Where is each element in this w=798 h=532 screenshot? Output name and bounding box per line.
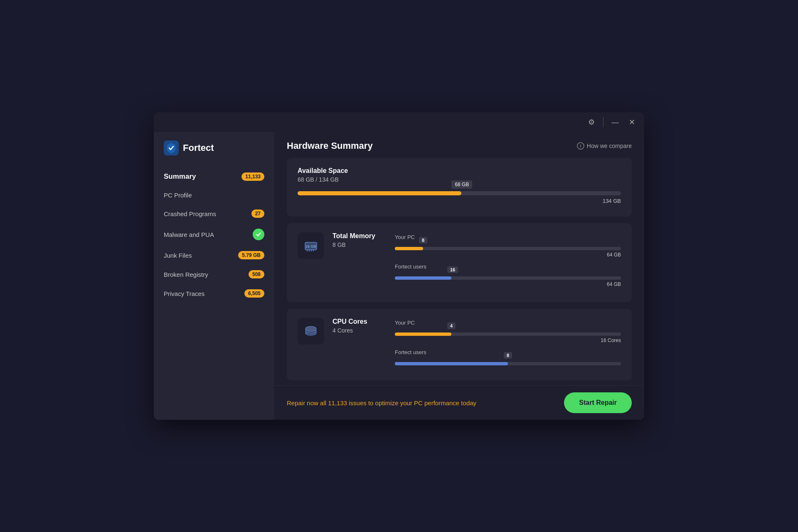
memory-your-pc-row: Your PC 8 64 GB: [395, 234, 621, 258]
svg-rect-7: [311, 250, 312, 251]
svg-point-11: [305, 326, 316, 331]
cpu-fortect-tooltip: 8: [504, 352, 512, 359]
nav-label-crashed-programs: Crashed Programs: [164, 210, 216, 217]
nav-label-broken-registry: Broken Registry: [164, 271, 208, 278]
info-icon: i: [577, 142, 584, 150]
cpu-info: CPU Cores 4 Cores: [332, 318, 387, 334]
badge-crashed-programs: 27: [251, 209, 264, 218]
memory-fortect-max: 64 GB: [395, 281, 621, 287]
svg-rect-6: [309, 250, 310, 251]
cpu-your-pc-tooltip: 4: [447, 323, 456, 329]
cpu-hardware-row: CPU Cores 4 Cores Your PC 4: [298, 318, 621, 371]
memory-name: Total Memory: [332, 232, 387, 240]
memory-fortect-track: 16: [395, 276, 621, 280]
cpu-fortect-row: Fortect users 8: [395, 349, 621, 365]
memory-your-pc-label: Your PC: [395, 234, 621, 240]
available-space-card: Available Space 68 GB / 134 GB 68 GB 134…: [287, 158, 632, 217]
cpu-icon-box: [298, 318, 324, 345]
badge-malware-pua: [253, 229, 264, 240]
close-button[interactable]: ✕: [626, 116, 638, 128]
scrollable-content: Available Space 68 GB / 134 GB 68 GB 134…: [274, 158, 644, 385]
memory-info: Total Memory 8 GB: [332, 232, 387, 248]
memory-hardware-row: 16 GB Total Memory 8 GB: [298, 232, 621, 293]
memory-value: 8 GB: [332, 241, 387, 248]
main-content: Hardware Summary i How we compare Availa…: [274, 132, 644, 420]
space-bar-container: 68 GB 134 GB: [298, 191, 621, 204]
nav-label-junk-files: Junk Files: [164, 252, 192, 259]
logo-area: Fortect: [154, 140, 274, 167]
cpu-icon: [303, 324, 318, 339]
svg-rect-5: [307, 250, 308, 251]
badge-privacy-traces: 6,505: [244, 289, 264, 298]
memory-your-pc-max: 64 GB: [395, 252, 621, 258]
footer-bar: Repair now all 11,133 issues to optimize…: [274, 385, 644, 420]
sidebar-item-malware-pua[interactable]: Malware and PUA: [154, 223, 274, 246]
memory-fortect-tooltip: 16: [447, 266, 458, 273]
memory-your-pc-fill: [395, 247, 423, 250]
main-header: Hardware Summary i How we compare: [274, 132, 644, 158]
footer-message: Repair now all 11,133 issues to optimize…: [287, 399, 476, 407]
nav-label-malware-pua: Malware and PUA: [164, 231, 214, 238]
cpu-fortect-track: 8: [395, 362, 621, 365]
cpu-your-pc-max: 16 Cores: [395, 337, 621, 343]
memory-icon-box: 16 GB: [298, 232, 324, 259]
cpu-cores-card: CPU Cores 4 Cores Your PC 4: [287, 309, 632, 380]
how-compare-link[interactable]: i How we compare: [577, 142, 632, 150]
available-space-title: Available Space: [298, 167, 621, 175]
sidebar-item-broken-registry[interactable]: Broken Registry 508: [154, 265, 274, 284]
app-window: ⚙ — ✕ Fortect Summary 11,133 PC Prof: [154, 112, 644, 420]
badge-summary: 11,133: [241, 172, 264, 181]
logo-icon: [164, 140, 179, 155]
memory-your-pc-tooltip: 8: [419, 237, 427, 244]
cpu-value: 4 Cores: [332, 327, 387, 334]
nav-label-privacy-traces: Privacy Traces: [164, 290, 204, 297]
titlebar: ⚙ — ✕: [154, 112, 644, 132]
cpu-your-pc-fill: [395, 332, 451, 336]
sidebar-item-crashed-programs[interactable]: Crashed Programs 27: [154, 204, 274, 223]
sidebar-item-summary[interactable]: Summary 11,133: [154, 167, 274, 186]
how-compare-text: How we compare: [587, 143, 632, 149]
nav-label-pc-profile: PC Profile: [164, 192, 192, 199]
cpu-your-pc-track: 4: [395, 332, 621, 336]
start-repair-button[interactable]: Start Repair: [564, 392, 632, 413]
cpu-your-pc-row: Your PC 4 16 Cores: [395, 320, 621, 343]
minimize-button[interactable]: —: [609, 116, 621, 128]
badge-broken-registry: 508: [249, 270, 264, 278]
memory-fortect-row: Fortect users 16 64 GB: [395, 264, 621, 287]
app-name: Fortect: [183, 143, 214, 153]
cpu-your-pc-label: Your PC: [395, 320, 621, 326]
svg-text:i: i: [580, 144, 581, 148]
sidebar-item-privacy-traces[interactable]: Privacy Traces 6,505: [154, 284, 274, 303]
content-area: Fortect Summary 11,133 PC Profile Crashe…: [154, 132, 644, 420]
memory-fortect-fill: [395, 276, 451, 280]
space-bar-label: 68 GB: [451, 180, 472, 189]
titlebar-divider: [603, 117, 603, 127]
space-bar-track: 68 GB: [298, 191, 621, 195]
space-bar-max: 134 GB: [298, 198, 621, 204]
memory-bars: Your PC 8 64 GB Fortect users: [395, 232, 621, 293]
page-title: Hardware Summary: [287, 140, 373, 151]
badge-junk-files: 5.79 GB: [238, 251, 264, 259]
sidebar-item-pc-profile[interactable]: PC Profile: [154, 186, 274, 204]
space-bar-fill: [298, 191, 461, 195]
cpu-fortect-fill: [395, 362, 508, 365]
nav-label-summary: Summary: [164, 172, 196, 181]
total-memory-card: 16 GB Total Memory 8 GB: [287, 223, 632, 302]
sidebar-item-junk-files[interactable]: Junk Files 5.79 GB: [154, 246, 274, 265]
settings-button[interactable]: ⚙: [586, 116, 597, 128]
memory-fortect-label: Fortect users: [395, 264, 621, 270]
cpu-bars: Your PC 4 16 Cores Fortect users: [395, 318, 621, 371]
memory-your-pc-track: 8: [395, 247, 621, 250]
memory-icon: 16 GB: [303, 238, 318, 253]
cpu-name: CPU Cores: [332, 318, 387, 325]
svg-text:16 GB: 16 GB: [305, 244, 317, 249]
svg-rect-8: [313, 250, 314, 251]
sidebar: Fortect Summary 11,133 PC Profile Crashe…: [154, 132, 274, 420]
